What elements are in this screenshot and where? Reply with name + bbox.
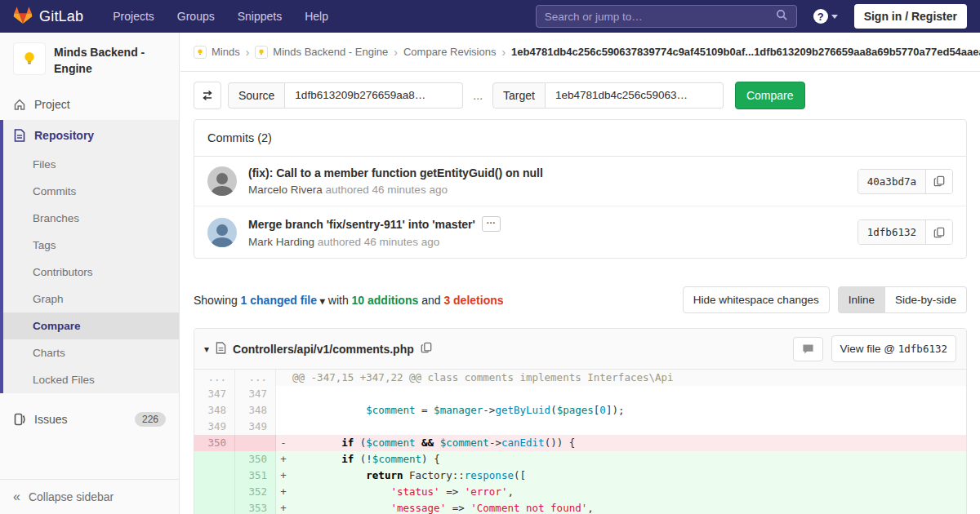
compare-button[interactable]: Compare [735, 82, 805, 109]
old-line-number[interactable] [194, 467, 235, 484]
page: GitLab Projects Groups Snippets Help ? S… [0, 0, 980, 514]
commit-row: Merge branch 'fix/sentry-911' into 'mast… [194, 206, 966, 258]
nav-menu: Projects Groups Snippets Help [103, 2, 338, 31]
breadcrumb-current-range: 1eb4781db4c256c590637839774c9af45109b0af… [511, 46, 980, 58]
breadcrumb-item-compare-revisions[interactable]: Compare Revisions [403, 46, 496, 58]
commit-sha[interactable]: 40a3bd7a [858, 170, 925, 193]
new-line-number[interactable]: 351 [235, 467, 276, 484]
and-label: and [421, 294, 440, 307]
diff-line: 353+ 'message' => 'Comment not found', [194, 500, 966, 514]
brand-name: GitLab [39, 8, 83, 25]
diff-marker: + [276, 451, 291, 467]
old-line-number[interactable]: 349 [194, 419, 235, 435]
search-box[interactable] [536, 5, 797, 28]
nav-item-snippets[interactable]: Snippets [228, 2, 292, 31]
view-file-button[interactable]: View file @ 1dfb6132 [831, 335, 956, 362]
new-line-number[interactable]: 348 [235, 402, 276, 419]
target-ref-group: Target 1eb4781db4c256c59063… [492, 82, 724, 109]
nav-item-groups[interactable]: Groups [167, 2, 225, 31]
source-label: Source [228, 82, 285, 109]
breadcrumb-item-group[interactable]: Minds [194, 46, 240, 59]
repository-section: Repository Files Commits Branches Tags C… [0, 120, 179, 393]
sidebar-item-graph[interactable]: Graph [3, 286, 179, 312]
search-icon[interactable] [776, 9, 788, 24]
sign-in-button[interactable]: Sign in / Register [854, 4, 967, 29]
copy-sha-button[interactable] [925, 220, 952, 244]
diff-marker [276, 402, 291, 419]
diff-summary-bar: Showing 1 changed file ▾ with 10 additio… [194, 286, 967, 313]
new-line-number[interactable]: 350 [235, 451, 276, 467]
copy-icon [933, 227, 945, 238]
sidebar-item-commits[interactable]: Commits [3, 178, 179, 205]
diff-view-mode-group: Inline Side-by-side [838, 286, 967, 313]
copy-path-button[interactable] [421, 342, 432, 356]
diff-marker: + [276, 467, 291, 484]
sidebar-item-charts[interactable]: Charts [3, 339, 179, 366]
collapse-sidebar-button[interactable]: « Collapse sidebar [0, 479, 179, 514]
file-icon [216, 342, 226, 357]
diff-marker [276, 419, 291, 435]
breadcrumb-item-project[interactable]: Minds Backend - Engine [255, 46, 388, 59]
new-line-number[interactable]: 352 [235, 484, 276, 500]
new-line-number[interactable]: 349 [235, 419, 276, 435]
help-dropdown[interactable]: ? [813, 9, 838, 24]
gitlab-logo[interactable]: GitLab [13, 6, 83, 28]
commit-author-avatar[interactable] [207, 218, 237, 247]
commit-author-avatar[interactable] [207, 166, 237, 196]
nav-item-help[interactable]: Help [295, 2, 338, 31]
new-line-number[interactable]: 353 [235, 500, 276, 514]
old-line-number[interactable]: 347 [194, 386, 235, 402]
code-line: if (!$comment) { [291, 451, 966, 467]
diff-file-path[interactable]: Controllers/api/v1/comments.php [233, 343, 414, 356]
source-ref-input[interactable]: 1dfb613209b276659aa8… [285, 82, 463, 109]
sidebar-item-branches[interactable]: Branches [3, 205, 179, 232]
collapse-diff-caret-icon[interactable]: ▾ [204, 343, 209, 355]
showing-label: Showing [194, 294, 238, 307]
commit-title[interactable]: Merge branch 'fix/sentry-911' into 'mast… [248, 218, 475, 231]
new-line-number[interactable] [235, 435, 276, 451]
commit-title[interactable]: (fix): Call to a member function getEnti… [248, 166, 543, 179]
commit-row: (fix): Call to a member function getEnti… [194, 157, 966, 206]
search-input[interactable] [545, 11, 776, 23]
old-line-number[interactable] [194, 451, 235, 467]
old-line-number[interactable]: ... [194, 370, 235, 386]
target-ref-input[interactable]: 1eb4781db4c256c59063… [546, 82, 724, 109]
sidebar-item-tags[interactable]: Tags [3, 232, 179, 259]
old-line-number[interactable] [194, 484, 235, 500]
copy-sha-button[interactable] [925, 170, 952, 193]
sidebar-item-repository[interactable]: Repository [3, 120, 179, 151]
sidebar-item-locked-files[interactable]: Locked Files [3, 366, 179, 393]
target-label: Target [492, 82, 546, 109]
swap-icon [201, 89, 214, 102]
toggle-commit-description-button[interactable]: ··· [482, 216, 501, 232]
old-line-number[interactable]: 348 [194, 402, 235, 419]
swap-revisions-button[interactable] [194, 82, 221, 109]
old-line-number[interactable]: 350 [194, 435, 235, 451]
commit-author[interactable]: Mark Harding [248, 236, 314, 248]
sidebar-item-issues[interactable]: Issues 226 [0, 403, 179, 436]
hide-whitespace-button[interactable]: Hide whitespace changes [683, 286, 830, 313]
inline-view-button[interactable]: Inline [838, 286, 885, 313]
diff-line: 347347 [194, 386, 966, 402]
diff-table: ......@@ -347,15 +347,22 @@ class commen… [194, 370, 966, 514]
sidebar-item-project[interactable]: Project [0, 89, 179, 120]
deletions-count: 3 deletions [443, 294, 503, 307]
breadcrumb-separator: › [246, 46, 250, 59]
commit-sha[interactable]: 1dfb6132 [858, 220, 925, 244]
new-line-number[interactable]: ... [235, 370, 276, 386]
commit-author[interactable]: Marcelo Rivera [248, 184, 323, 196]
copy-icon [421, 342, 432, 353]
side-by-side-view-button[interactable]: Side-by-side [885, 286, 967, 313]
sidebar-item-contributors[interactable]: Contributors [3, 259, 179, 286]
sidebar-item-compare[interactable]: Compare [3, 312, 179, 339]
nav-item-projects[interactable]: Projects [103, 2, 164, 31]
old-line-number[interactable] [194, 500, 235, 514]
diff-line: ......@@ -347,15 +347,22 @@ class commen… [194, 370, 966, 386]
new-line-number[interactable]: 347 [235, 386, 276, 402]
diff-line: 350- if ($comment && $comment->canEdit()… [194, 435, 966, 451]
caret-down-icon: ▾ [320, 295, 325, 307]
changed-files-dropdown[interactable]: 1 changed file ▾ [241, 294, 325, 307]
toggle-comments-button[interactable] [793, 337, 823, 361]
project-context-header[interactable]: Minds Backend - Engine [0, 33, 179, 89]
sidebar-item-files[interactable]: Files [3, 151, 179, 178]
